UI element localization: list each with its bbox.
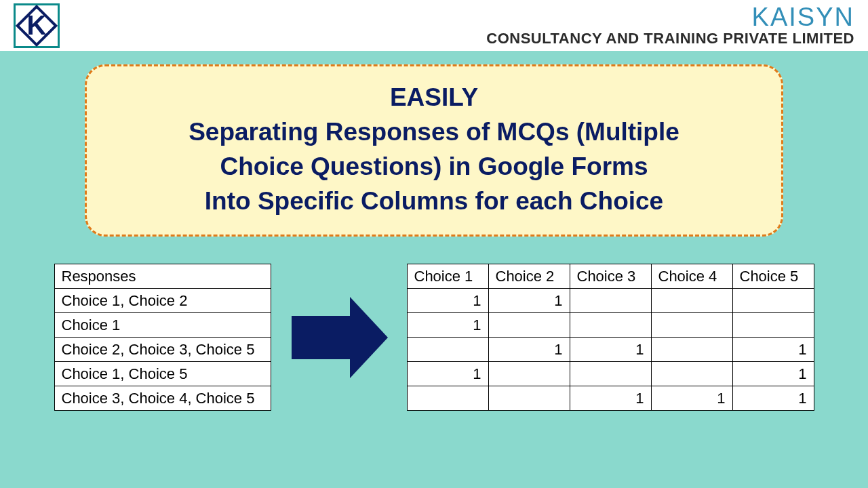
content-row: Responses Choice 1, Choice 2 Choice 1 Ch… (34, 264, 834, 411)
table-cell: 1 (407, 289, 488, 313)
title-box: EASILY Separating Responses of MCQs (Mul… (85, 64, 783, 237)
table-header: Responses (54, 264, 271, 289)
table-cell (570, 313, 651, 338)
table-cell (651, 313, 732, 338)
brand-name: KAISYN (486, 4, 854, 30)
table-cell (732, 313, 814, 338)
table-cell: 1 (407, 362, 488, 386)
table-row: 1 1 (407, 362, 814, 386)
table-header: Choice 5 (732, 264, 814, 289)
table-cell: 1 (570, 338, 651, 362)
title-line-3: Choice Questions) in Google Forms (127, 149, 741, 184)
table-header: Choice 1 (407, 264, 488, 289)
table-cell (407, 386, 488, 411)
table-cell (570, 362, 651, 386)
table-row: 1 1 1 (407, 338, 814, 362)
table-cell: 1 (732, 338, 814, 362)
table-row: Choice 3, Choice 4, Choice 5 (54, 386, 271, 411)
brand-subtitle: CONSULTANCY AND TRAINING PRIVATE LIMITED (486, 30, 854, 47)
responses-table: Responses Choice 1, Choice 2 Choice 1 Ch… (54, 264, 271, 411)
table-cell (407, 338, 488, 362)
table-row: Choice 1, Choice 5 (54, 362, 271, 386)
table-header: Choice 4 (651, 264, 732, 289)
table-cell: 1 (407, 313, 488, 338)
table-cell: 1 (570, 386, 651, 411)
header: K KAISYN CONSULTANCY AND TRAINING PRIVAT… (0, 0, 868, 51)
main-area: EASILY Separating Responses of MCQs (Mul… (0, 51, 868, 488)
table-cell (732, 289, 814, 313)
logo-letter: K (27, 10, 47, 41)
table-cell: 1 (732, 362, 814, 386)
table-cell (651, 338, 732, 362)
table-row: 1 1 1 (407, 386, 814, 411)
table-cell (488, 362, 570, 386)
choices-table: Choice 1 Choice 2 Choice 3 Choice 4 Choi… (407, 264, 814, 411)
table-header: Choice 3 (570, 264, 651, 289)
table-cell (651, 289, 732, 313)
table-cell: Choice 1, Choice 2 (54, 289, 271, 313)
arrow-icon (292, 297, 387, 378)
logo: K (14, 3, 60, 48)
table-row: Choice 1 Choice 2 Choice 3 Choice 4 Choi… (407, 264, 814, 289)
table-cell (651, 362, 732, 386)
table-row: 1 (407, 313, 814, 338)
table-header: Choice 2 (488, 264, 570, 289)
table-cell (570, 289, 651, 313)
title-line-4: Into Specific Columns for each Choice (127, 184, 741, 218)
table-cell: Choice 3, Choice 4, Choice 5 (54, 386, 271, 411)
table-row: Choice 1, Choice 2 (54, 289, 271, 313)
table-cell: 1 (488, 338, 570, 362)
table-cell: 1 (488, 289, 570, 313)
table-cell: 1 (651, 386, 732, 411)
title-line-2: Separating Responses of MCQs (Multiple (127, 115, 741, 149)
table-cell: Choice 1, Choice 5 (54, 362, 271, 386)
brand-block: KAISYN CONSULTANCY AND TRAINING PRIVATE … (486, 4, 854, 47)
table-cell: Choice 1 (54, 313, 271, 338)
table-cell (488, 313, 570, 338)
table-row: Responses (54, 264, 271, 289)
table-row: 1 1 (407, 289, 814, 313)
table-cell (488, 386, 570, 411)
table-cell: Choice 2, Choice 3, Choice 5 (54, 338, 271, 362)
table-row: Choice 2, Choice 3, Choice 5 (54, 338, 271, 362)
table-row: Choice 1 (54, 313, 271, 338)
title-line-1: EASILY (127, 80, 741, 115)
table-cell: 1 (732, 386, 814, 411)
